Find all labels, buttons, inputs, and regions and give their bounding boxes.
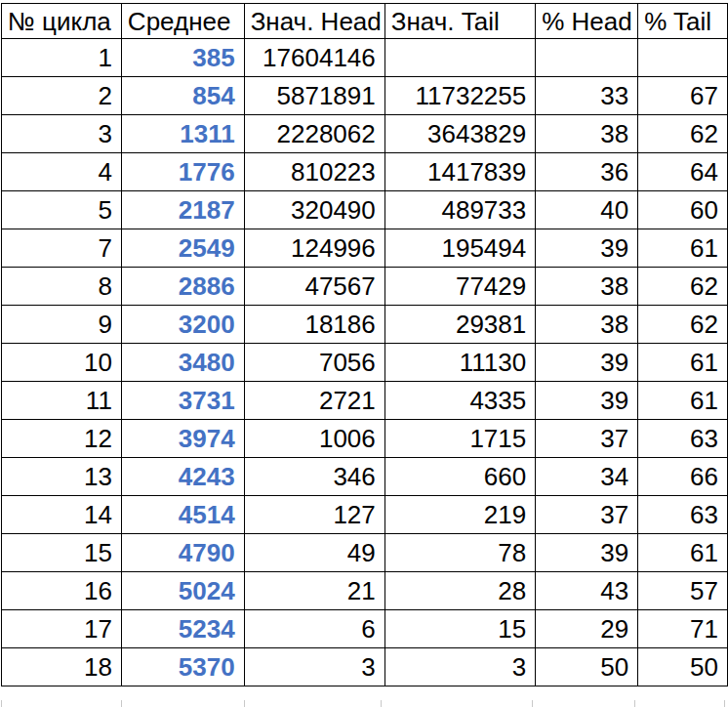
cell-tail-pct[interactable]: 71 bbox=[638, 610, 728, 648]
cell-cycle[interactable]: 8 bbox=[2, 268, 122, 306]
cell-head-pct[interactable]: 34 bbox=[536, 458, 638, 496]
cell-head-pct[interactable]: 37 bbox=[536, 420, 638, 458]
cell-head-value[interactable]: 127 bbox=[244, 496, 384, 534]
cell-tail-value[interactable]: 4335 bbox=[384, 382, 535, 420]
cell-mean[interactable]: 2886 bbox=[121, 268, 244, 306]
cell-head-pct[interactable]: 39 bbox=[536, 344, 638, 382]
cell-mean[interactable]: 3200 bbox=[121, 306, 244, 344]
cell-tail-value[interactable]: 219 bbox=[384, 496, 535, 534]
cell-head-pct[interactable] bbox=[536, 39, 638, 77]
cell-cycle[interactable]: 14 bbox=[2, 496, 122, 534]
cell-cycle[interactable]: 17 bbox=[2, 610, 122, 648]
cell-mean[interactable]: 4243 bbox=[121, 458, 244, 496]
cell-tail-pct[interactable]: 62 bbox=[638, 268, 728, 306]
col-header-cycle[interactable]: № цикла bbox=[2, 4, 122, 39]
cell-head-value[interactable]: 5871891 bbox=[244, 77, 384, 115]
cell-tail-value[interactable]: 29381 bbox=[384, 306, 535, 344]
cell-mean[interactable]: 5234 bbox=[121, 610, 244, 648]
cell-head-pct[interactable]: 38 bbox=[536, 268, 638, 306]
cell-tail-pct[interactable]: 61 bbox=[638, 534, 728, 572]
cell-mean[interactable]: 3480 bbox=[121, 344, 244, 382]
cell-mean[interactable]: 4790 bbox=[121, 534, 244, 572]
cell-tail-pct[interactable]: 67 bbox=[638, 77, 728, 115]
col-header-tail-pct[interactable]: % Tail bbox=[638, 4, 728, 39]
cell-cycle[interactable]: 7 bbox=[2, 229, 122, 268]
cell-cycle[interactable]: 1 bbox=[2, 39, 122, 77]
cell-cycle[interactable]: 10 bbox=[2, 344, 122, 382]
cell-head-pct[interactable]: 38 bbox=[536, 306, 638, 344]
col-header-head-value[interactable]: Знач. Head bbox=[244, 4, 384, 39]
cell-tail-pct[interactable]: 50 bbox=[638, 648, 728, 686]
cell-tail-pct[interactable]: 61 bbox=[638, 229, 728, 268]
cell-head-pct[interactable]: 33 bbox=[536, 77, 638, 115]
cell-tail-value[interactable]: 28 bbox=[384, 572, 535, 610]
cell-cycle[interactable]: 16 bbox=[2, 572, 122, 610]
cell-tail-pct[interactable] bbox=[638, 39, 728, 77]
cell-mean[interactable]: 5370 bbox=[121, 648, 244, 686]
cell-cycle[interactable]: 2 bbox=[2, 77, 122, 115]
cell-cycle[interactable]: 9 bbox=[2, 306, 122, 344]
cell-tail-value[interactable]: 11130 bbox=[384, 344, 535, 382]
cell-cycle[interactable]: 15 bbox=[2, 534, 122, 572]
cell-head-value[interactable]: 17604146 bbox=[244, 39, 384, 77]
cell-head-value[interactable]: 1006 bbox=[244, 420, 384, 458]
cell-mean[interactable]: 2187 bbox=[121, 191, 244, 229]
cell-cycle[interactable]: 4 bbox=[2, 153, 122, 191]
cell-tail-value[interactable]: 11732255 bbox=[384, 77, 535, 115]
cell-tail-value[interactable]: 1417839 bbox=[384, 153, 535, 191]
cell-tail-pct[interactable]: 61 bbox=[638, 382, 728, 420]
cell-head-pct[interactable]: 50 bbox=[536, 648, 638, 686]
cell-head-pct[interactable]: 39 bbox=[536, 229, 638, 268]
cell-tail-pct[interactable]: 63 bbox=[638, 420, 728, 458]
cell-tail-value[interactable]: 660 bbox=[384, 458, 535, 496]
cell-mean[interactable]: 5024 bbox=[121, 572, 244, 610]
cell-tail-pct[interactable]: 57 bbox=[638, 572, 728, 610]
cell-tail-value[interactable]: 77429 bbox=[384, 268, 535, 306]
cell-head-pct[interactable]: 43 bbox=[536, 572, 638, 610]
cell-tail-pct[interactable]: 66 bbox=[638, 458, 728, 496]
cell-tail-pct[interactable]: 63 bbox=[638, 496, 728, 534]
cell-head-value[interactable]: 124996 bbox=[244, 229, 384, 268]
cell-cycle[interactable]: 13 bbox=[2, 458, 122, 496]
cell-cycle[interactable]: 5 bbox=[2, 191, 122, 229]
col-header-mean[interactable]: Среднее bbox=[121, 4, 244, 39]
cell-head-value[interactable]: 810223 bbox=[244, 153, 384, 191]
cell-tail-pct[interactable]: 61 bbox=[638, 344, 728, 382]
cell-head-value[interactable]: 18186 bbox=[244, 306, 384, 344]
cell-tail-pct[interactable]: 60 bbox=[638, 191, 728, 229]
cell-tail-value[interactable]: 1715 bbox=[384, 420, 535, 458]
cell-mean[interactable]: 385 bbox=[121, 39, 244, 77]
cell-head-value[interactable]: 21 bbox=[244, 572, 384, 610]
cell-tail-pct[interactable]: 64 bbox=[638, 153, 728, 191]
cell-mean[interactable]: 854 bbox=[121, 77, 244, 115]
cell-head-value[interactable]: 346 bbox=[244, 458, 384, 496]
cell-mean[interactable]: 1776 bbox=[121, 153, 244, 191]
cell-head-pct[interactable]: 39 bbox=[536, 382, 638, 420]
cell-mean[interactable]: 2549 bbox=[121, 229, 244, 268]
cell-tail-value[interactable]: 78 bbox=[384, 534, 535, 572]
cell-head-value[interactable]: 320490 bbox=[244, 191, 384, 229]
cell-head-pct[interactable]: 40 bbox=[536, 191, 638, 229]
cell-head-value[interactable]: 3 bbox=[244, 648, 384, 686]
cell-tail-value[interactable]: 489733 bbox=[384, 191, 535, 229]
cell-mean[interactable]: 4514 bbox=[121, 496, 244, 534]
cell-cycle[interactable]: 3 bbox=[2, 115, 122, 153]
cell-head-pct[interactable]: 38 bbox=[536, 115, 638, 153]
cell-head-value[interactable]: 2721 bbox=[244, 382, 384, 420]
cell-head-value[interactable]: 7056 bbox=[244, 344, 384, 382]
cell-tail-value[interactable]: 3 bbox=[384, 648, 535, 686]
col-header-tail-value[interactable]: Знач. Tail bbox=[384, 4, 535, 39]
cell-mean[interactable]: 1311 bbox=[121, 115, 244, 153]
cell-head-value[interactable]: 47567 bbox=[244, 268, 384, 306]
cell-mean[interactable]: 3974 bbox=[121, 420, 244, 458]
cell-tail-value[interactable]: 3643829 bbox=[384, 115, 535, 153]
cell-tail-pct[interactable]: 62 bbox=[638, 306, 728, 344]
cell-tail-value[interactable] bbox=[384, 39, 535, 77]
cell-head-value[interactable]: 49 bbox=[244, 534, 384, 572]
cell-tail-value[interactable]: 15 bbox=[384, 610, 535, 648]
cell-head-pct[interactable]: 29 bbox=[536, 610, 638, 648]
cell-head-pct[interactable]: 37 bbox=[536, 496, 638, 534]
cell-head-pct[interactable]: 39 bbox=[536, 534, 638, 572]
cell-cycle[interactable]: 18 bbox=[2, 648, 122, 686]
cell-cycle[interactable]: 12 bbox=[2, 420, 122, 458]
